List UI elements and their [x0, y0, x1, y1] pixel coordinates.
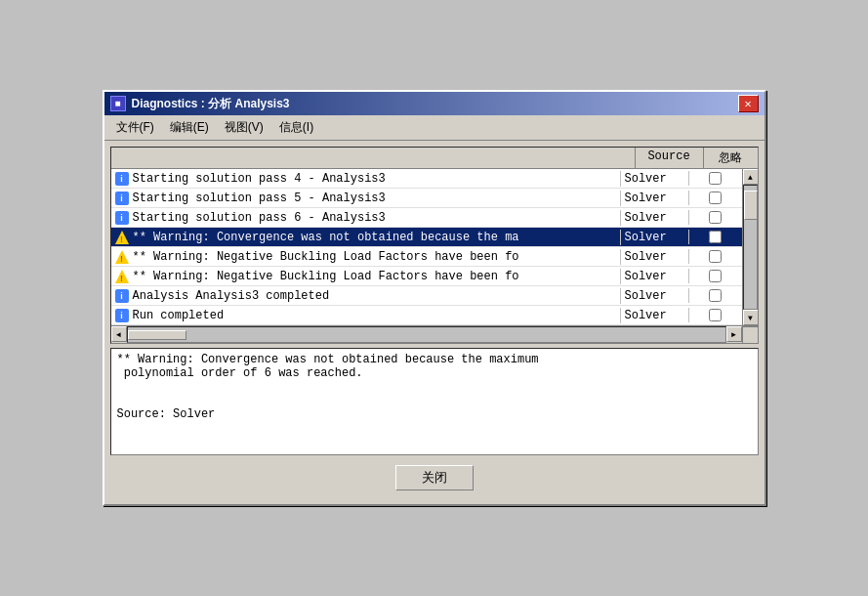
menu-view[interactable]: 视图(V) [217, 117, 271, 138]
scroll-up-button[interactable]: ▲ [743, 169, 758, 185]
table-body: i Starting solution pass 4 - Analysis3 S… [111, 169, 742, 325]
ignore-checkbox[interactable] [709, 289, 722, 302]
row-text: Run completed [133, 309, 225, 322]
scroll-down-button[interactable]: ▼ [743, 310, 758, 325]
menu-info[interactable]: 信息(I) [271, 117, 321, 138]
info-icon: i [115, 192, 129, 205]
table-header: Source 忽略 [111, 148, 758, 169]
row-ignore [688, 171, 742, 186]
col-ignore-header: 忽略 [704, 148, 758, 168]
info-icon: i [115, 309, 129, 322]
close-button[interactable]: 关闭 [395, 465, 474, 490]
row-source: Solver [620, 210, 688, 226]
window-title: Diagnostics : 分析 Analysis3 [132, 96, 290, 112]
row-message: i Analysis Analysis3 completed [111, 288, 620, 304]
row-message: i Starting solution pass 5 - Analysis3 [111, 191, 620, 206]
col-message-header [111, 148, 636, 168]
table-row[interactable]: i Starting solution pass 5 - Analysis3 S… [111, 189, 742, 208]
warning-icon: ! [115, 270, 129, 283]
ignore-checkbox[interactable] [709, 172, 722, 185]
row-ignore [688, 269, 742, 283]
row-ignore [688, 230, 742, 244]
scroll-right-button[interactable]: ► [726, 326, 742, 342]
col-source-header: Source [636, 148, 704, 168]
window-icon: ■ [110, 96, 126, 111]
warning-icon: ! [115, 231, 129, 244]
ignore-checkbox[interactable] [709, 211, 722, 224]
table-row[interactable]: i Starting solution pass 6 - Analysis3 S… [111, 208, 742, 228]
row-source: Solver [620, 288, 688, 304]
row-message: i Starting solution pass 4 - Analysis3 [111, 171, 620, 187]
menu-edit[interactable]: 编辑(E) [162, 117, 217, 138]
table-section: Source 忽略 i Starting solution pass 4 - A… [110, 147, 759, 344]
table-row[interactable]: ! ** Warning: Negative Buckling Load Fac… [111, 267, 742, 286]
main-window: ■ Diagnostics : 分析 Analysis3 ✕ 文件(F) 编辑(… [103, 90, 766, 506]
row-source: Solver [620, 269, 688, 284]
menu-file[interactable]: 文件(F) [108, 117, 162, 138]
v-scroll-thumb[interactable] [744, 191, 758, 220]
info-icon: i [115, 211, 129, 225]
row-ignore [688, 191, 742, 205]
row-message: i Starting solution pass 6 - Analysis3 [111, 210, 620, 226]
row-source: Solver [620, 308, 688, 323]
detail-section: ** Warning: Convergence was not obtained… [110, 348, 759, 455]
row-text: Analysis Analysis3 completed [133, 289, 330, 303]
scroll-left-button[interactable]: ◄ [111, 326, 127, 342]
row-ignore [688, 249, 742, 264]
h-scroll-track [127, 326, 726, 343]
warning-icon: ! [115, 250, 129, 264]
ignore-checkbox[interactable] [709, 192, 722, 204]
v-scroll-track [743, 185, 758, 310]
row-ignore [688, 288, 742, 303]
info-icon: i [115, 172, 129, 186]
row-message: ! ** Warning: Convergence was not obtain… [111, 230, 620, 245]
row-ignore [688, 210, 742, 225]
row-text: ** Warning: Convergence was not obtained… [133, 231, 519, 244]
bottom-bar: 关闭 [110, 459, 759, 498]
content-area: Source 忽略 i Starting solution pass 4 - A… [104, 141, 765, 504]
row-source: Solver [620, 191, 688, 206]
table-row[interactable]: i Analysis Analysis3 completed Solver [111, 286, 742, 306]
horizontal-scroll-area: ◄ ► [111, 325, 758, 343]
table-row[interactable]: i Run completed Solver [111, 306, 742, 325]
table-container: Source 忽略 i Starting solution pass 4 - A… [111, 148, 758, 343]
row-text: ** Warning: Negative Buckling Load Facto… [133, 270, 519, 283]
row-text: ** Warning: Negative Buckling Load Facto… [133, 250, 519, 264]
row-text: Starting solution pass 4 - Analysis3 [133, 172, 386, 186]
title-bar: ■ Diagnostics : 分析 Analysis3 ✕ [104, 92, 765, 115]
ignore-checkbox[interactable] [709, 250, 722, 263]
ignore-checkbox[interactable] [709, 231, 722, 243]
row-source: Solver [620, 171, 688, 187]
ignore-checkbox[interactable] [709, 309, 722, 321]
table-row[interactable]: ! ** Warning: Negative Buckling Load Fac… [111, 247, 742, 267]
row-message: i Run completed [111, 308, 620, 323]
vertical-scrollbar: ▲ ▼ [742, 169, 758, 325]
scroll-corner [742, 326, 758, 343]
title-bar-left: ■ Diagnostics : 分析 Analysis3 [110, 96, 290, 112]
h-scroll-thumb[interactable] [128, 330, 186, 340]
row-source: Solver [620, 249, 688, 265]
row-text: Starting solution pass 5 - Analysis3 [133, 192, 386, 205]
ignore-checkbox[interactable] [709, 270, 722, 282]
info-icon: i [115, 289, 129, 303]
table-row-selected[interactable]: ! ** Warning: Convergence was not obtain… [111, 228, 742, 247]
row-text: Starting solution pass 6 - Analysis3 [133, 211, 386, 225]
menu-bar: 文件(F) 编辑(E) 视图(V) 信息(I) [104, 115, 765, 141]
row-message: ! ** Warning: Negative Buckling Load Fac… [111, 269, 620, 284]
close-window-button[interactable]: ✕ [738, 95, 759, 112]
table-row[interactable]: i Starting solution pass 4 - Analysis3 S… [111, 169, 742, 189]
table-with-scrollbar: i Starting solution pass 4 - Analysis3 S… [111, 169, 758, 325]
row-message: ! ** Warning: Negative Buckling Load Fac… [111, 249, 620, 265]
row-source: Solver [620, 230, 688, 245]
row-ignore [688, 308, 742, 322]
